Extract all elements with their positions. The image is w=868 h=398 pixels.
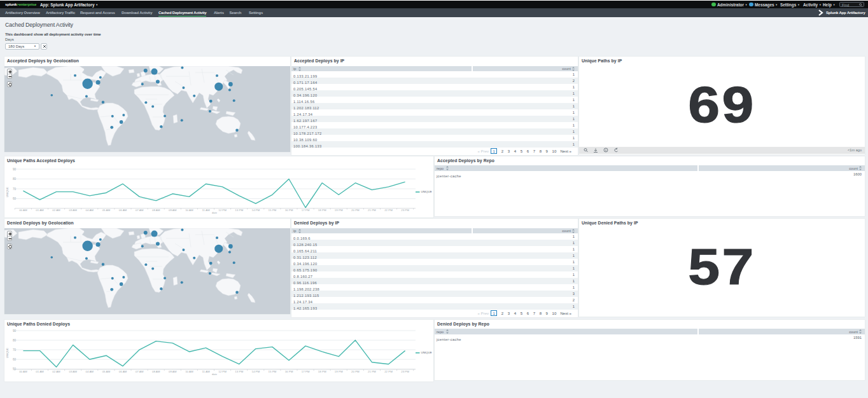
- svg-text:20 PM: 20 PM: [351, 370, 360, 373]
- svg-text:16 PM: 16 PM: [285, 370, 293, 373]
- svg-text:01 AM: 01 AM: [36, 370, 44, 373]
- svg-text:16 PM: 16 PM: [285, 209, 293, 212]
- svg-text:19 PM: 19 PM: [335, 209, 343, 212]
- svg-text:22 PM: 22 PM: [384, 209, 393, 212]
- svg-text:09 AM: 09 AM: [169, 209, 177, 212]
- svg-text:12 PM: 12 PM: [218, 370, 227, 373]
- svg-text:15 PM: 15 PM: [269, 370, 277, 373]
- svg-text:11 AM: 11 AM: [202, 209, 209, 212]
- svg-text:06 AM: 06 AM: [119, 209, 127, 212]
- svg-text:08 AM: 08 AM: [152, 209, 160, 212]
- svg-text:UNIQUE: UNIQUE: [421, 351, 432, 354]
- svg-text:23 PM: 23 PM: [401, 370, 409, 373]
- svg-text:11 AM: 11 AM: [202, 370, 209, 373]
- svg-text:00 AM: 00 AM: [19, 370, 27, 373]
- svg-text:10 AM: 10 AM: [185, 209, 193, 212]
- svg-text:08 AM: 08 AM: [152, 370, 160, 373]
- svg-text:07 AM: 07 AM: [136, 370, 144, 373]
- svg-text:20 PM: 20 PM: [351, 209, 360, 212]
- svg-text:02 AM: 02 AM: [52, 209, 60, 212]
- svg-text:18 PM: 18 PM: [318, 209, 326, 212]
- svg-text:02 AM: 02 AM: [52, 370, 60, 373]
- svg-text:19 PM: 19 PM: [335, 370, 343, 373]
- svg-text:21 PM: 21 PM: [368, 370, 376, 373]
- svg-text:00 AM: 00 AM: [19, 209, 27, 212]
- svg-text:06 AM: 06 AM: [119, 370, 127, 373]
- svg-text:05 AM: 05 AM: [102, 370, 111, 373]
- svg-text:60: 60: [13, 358, 17, 361]
- svg-text:05 AM: 05 AM: [102, 209, 111, 212]
- svg-text:07 AM: 07 AM: [136, 209, 144, 212]
- svg-text:04 AM: 04 AM: [86, 209, 94, 212]
- svg-text:03 AM: 03 AM: [69, 370, 77, 373]
- svg-text:21 PM: 21 PM: [368, 209, 376, 212]
- svg-text:date: date: [212, 211, 218, 214]
- svg-text:80: 80: [13, 339, 17, 342]
- svg-text:70: 70: [13, 348, 17, 352]
- svg-text:90: 90: [13, 329, 17, 333]
- svg-text:50: 50: [13, 367, 17, 371]
- svg-text:UNIQUE: UNIQUE: [6, 187, 9, 197]
- svg-text:13 PM: 13 PM: [235, 370, 243, 373]
- svg-text:03 AM: 03 AM: [69, 209, 77, 212]
- svg-text:13 PM: 13 PM: [235, 209, 243, 212]
- svg-text:UNIQUE: UNIQUE: [421, 190, 432, 193]
- svg-text:09 AM: 09 AM: [169, 370, 177, 373]
- svg-text:23 PM: 23 PM: [401, 209, 409, 212]
- svg-text:UNIQUE: UNIQUE: [6, 348, 9, 358]
- svg-text:60: 60: [13, 197, 17, 200]
- svg-text:15 PM: 15 PM: [269, 209, 277, 212]
- svg-text:22 PM: 22 PM: [384, 370, 393, 373]
- svg-text:14 PM: 14 PM: [251, 209, 260, 212]
- svg-text:80: 80: [13, 177, 17, 181]
- svg-text:17 PM: 17 PM: [302, 370, 310, 373]
- svg-text:date: date: [212, 373, 218, 376]
- svg-text:12 PM: 12 PM: [218, 209, 227, 212]
- svg-text:70: 70: [13, 188, 17, 191]
- svg-text:04 AM: 04 AM: [86, 370, 94, 373]
- svg-text:14 PM: 14 PM: [251, 370, 260, 373]
- svg-text:18 PM: 18 PM: [318, 370, 326, 373]
- svg-text:90: 90: [13, 168, 17, 171]
- svg-text:17 PM: 17 PM: [302, 209, 310, 212]
- svg-text:01 AM: 01 AM: [36, 209, 44, 212]
- svg-text:10 AM: 10 AM: [185, 370, 193, 373]
